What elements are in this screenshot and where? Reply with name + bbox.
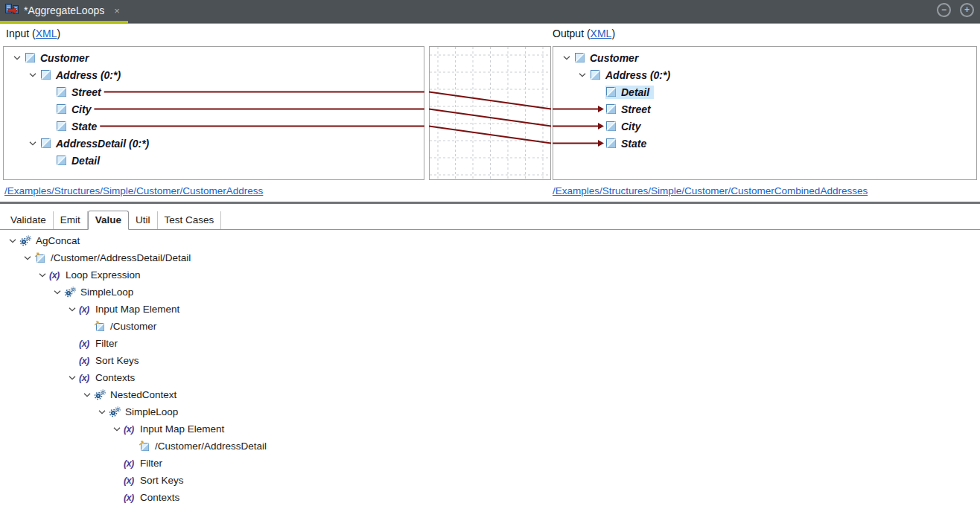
element-icon (606, 121, 621, 131)
mapped-element-icon (34, 252, 51, 263)
tree-item-content[interactable]: Detail (56, 154, 104, 167)
input-tree-panel: CustomerAddress (0:*)StreetCityStateAddr… (3, 46, 424, 180)
tree-item[interactable]: SimpleLoop (6, 284, 980, 301)
mapped-element-icon (139, 441, 155, 452)
titlebar-bottom-edge (128, 21, 980, 24)
expand-chevron-icon[interactable] (575, 73, 590, 77)
expand-chevron-icon[interactable] (6, 239, 19, 243)
tree-item[interactable]: Customer (4, 49, 424, 66)
expand-chevron-icon[interactable] (21, 256, 34, 260)
tree-item[interactable]: AgConcat (6, 232, 980, 249)
output-tree-panel: CustomerAddress (0:*)DetailStreetCitySta… (553, 46, 977, 180)
tree-item[interactable]: City (4, 100, 424, 118)
tree-item-content[interactable]: Street (56, 86, 106, 99)
tree-item-content[interactable]: Address (0:*) (40, 68, 125, 82)
tree-item-content[interactable]: State (56, 120, 101, 133)
tree-item-content[interactable]: Customer (25, 51, 93, 65)
tree-item-content[interactable]: Address (0:*) (590, 68, 675, 82)
tab-validate[interactable]: Validate (4, 211, 54, 229)
tree-item[interactable]: (x)Filter (6, 335, 980, 352)
tree-item[interactable]: State (553, 135, 976, 152)
element-icon (25, 53, 40, 63)
input-xml-link[interactable]: XML (36, 28, 57, 39)
tree-item[interactable]: (x)Sort Keys (6, 472, 980, 489)
tree-item[interactable]: (x)Contexts (6, 369, 980, 386)
tab-emit[interactable]: Emit (54, 211, 88, 229)
tree-item-label: AgConcat (36, 235, 80, 246)
expand-chevron-icon[interactable] (51, 290, 64, 295)
gears-icon (109, 406, 125, 417)
tree-item-content[interactable]: City (56, 103, 95, 116)
tree-item[interactable]: City (553, 118, 976, 135)
tree-item-label: SimpleLoop (80, 286, 133, 298)
tree-item-label: Loop Expression (66, 269, 141, 281)
tab-test-cases[interactable]: Test Cases (158, 211, 222, 229)
expression-icon: (x) (79, 339, 95, 349)
tree-item[interactable]: Address (0:*) (4, 66, 424, 83)
expand-chevron-icon[interactable] (110, 427, 124, 432)
tree-item[interactable]: AddressDetail (0:*) (4, 135, 424, 152)
expand-chevron-icon[interactable] (559, 56, 574, 60)
tree-item[interactable]: Street (553, 100, 976, 118)
expand-chevron-icon[interactable] (80, 393, 94, 397)
collapse-circle-button[interactable]: − (937, 3, 951, 17)
tree-item-content[interactable]: Customer (574, 51, 643, 65)
tree-item[interactable]: (x)Sort Keys (6, 352, 980, 369)
tree-item[interactable]: Detail (4, 152, 424, 169)
expand-chevron-icon[interactable] (25, 73, 40, 77)
expression-icon: (x) (79, 356, 95, 366)
tree-item[interactable]: Customer (553, 49, 976, 66)
tree-item-label: Sort Keys (95, 355, 139, 366)
expand-chevron-icon[interactable] (25, 141, 40, 146)
tree-item-content[interactable]: City (605, 120, 645, 133)
expand-chevron-icon[interactable] (66, 376, 79, 380)
tree-item[interactable]: Detail (553, 83, 976, 100)
tree-item-label: Detail (621, 86, 649, 98)
output-structure-link[interactable]: /Examples/Structures/Simple/Customer/Cus… (553, 185, 868, 196)
expand-chevron-icon[interactable] (66, 307, 79, 312)
pane-splitter[interactable] (0, 202, 980, 204)
element-icon (606, 87, 621, 97)
tree-item[interactable]: NestedContext (6, 386, 980, 403)
expand-chevron-icon[interactable] (95, 410, 109, 414)
mapping-canvas[interactable] (429, 46, 551, 180)
active-tab-underline (0, 21, 128, 24)
element-icon (57, 87, 71, 97)
document-tab[interactable]: *AggregateLoops × (0, 0, 127, 21)
expand-chevron-icon[interactable] (10, 56, 25, 60)
mapper-editor-window: *AggregateLoops × − + Input (XML) Output… (0, 0, 980, 506)
element-icon (606, 104, 621, 114)
tree-item[interactable]: SimpleLoop (6, 403, 980, 420)
input-header-suffix: ) (57, 28, 61, 39)
tree-item-label: State (621, 138, 646, 150)
expand-circle-button[interactable]: + (960, 3, 974, 17)
tree-item-label: /Customer/AddressDetail/Detail (51, 252, 191, 263)
selected-tree-item[interactable]: Detail (605, 86, 654, 99)
input-structure-link[interactable]: /Examples/Structures/Simple/Customer/Cus… (4, 185, 263, 196)
tree-item-content[interactable]: AddressDetail (0:*) (40, 137, 153, 150)
tree-item[interactable]: (x)Filter (6, 455, 980, 472)
tree-item-label: Input Map Element (140, 423, 224, 435)
tree-item-content[interactable]: State (605, 137, 651, 150)
tab-util[interactable]: Util (129, 211, 158, 229)
tree-item[interactable]: /Customer (6, 318, 980, 335)
input-header: Input (XML) (6, 28, 60, 39)
value-expression-tree: AgConcat/Customer/AddressDetail/Detail(x… (0, 230, 980, 506)
expand-chevron-icon[interactable] (36, 273, 49, 278)
tab-close-icon[interactable]: × (114, 5, 120, 16)
tree-item[interactable]: (x)Input Map Element (6, 301, 980, 318)
tree-item[interactable]: State (4, 118, 424, 135)
tree-item[interactable]: (x)Loop Expression (6, 266, 980, 284)
tree-item-content[interactable]: Street (605, 103, 655, 116)
tab-value[interactable]: Value (88, 211, 129, 230)
tree-item[interactable]: Street (4, 83, 424, 100)
tree-item-label: Filter (140, 458, 162, 469)
tree-item[interactable]: /Customer/AddressDetail/Detail (6, 249, 980, 266)
element-icon (57, 104, 71, 114)
tree-item[interactable]: (x)Contexts (6, 489, 980, 506)
tree-item[interactable]: Address (0:*) (553, 66, 976, 83)
tree-item[interactable]: /Customer/AddressDetail (6, 438, 980, 455)
gears-icon (19, 235, 36, 246)
tree-item[interactable]: (x)Input Map Element (6, 420, 980, 438)
output-xml-link[interactable]: XML (591, 28, 612, 39)
